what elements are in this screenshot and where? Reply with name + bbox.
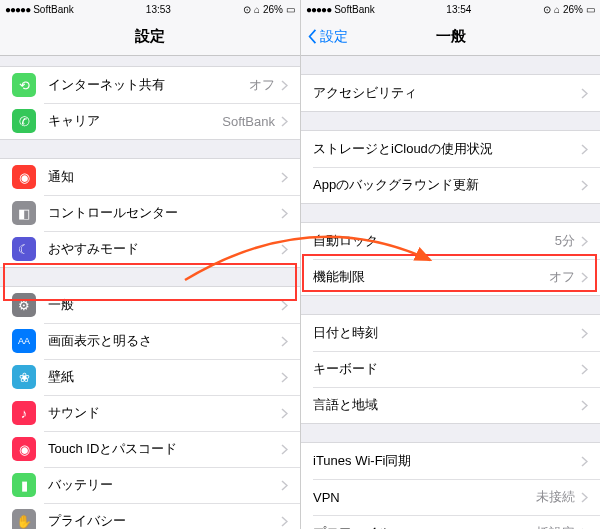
chevron-right-icon bbox=[281, 208, 288, 219]
row-detail: 一括設定 bbox=[523, 524, 575, 529]
row-notifications[interactable]: ◉ 通知 bbox=[0, 159, 300, 195]
row-autolock[interactable]: 自動ロック 5分 bbox=[301, 223, 600, 259]
back-label: 設定 bbox=[320, 28, 348, 46]
chevron-right-icon bbox=[581, 328, 588, 339]
row-general[interactable]: ⚙ 一般 bbox=[0, 287, 300, 323]
nav-bar: 設定 一般 bbox=[301, 18, 600, 56]
page-title: 一般 bbox=[436, 27, 466, 46]
row-label: ストレージとiCloudの使用状況 bbox=[313, 140, 581, 158]
row-label: 自動ロック bbox=[313, 232, 555, 250]
chevron-right-icon bbox=[281, 116, 288, 127]
row-battery[interactable]: ▮ バッテリー bbox=[0, 467, 300, 503]
row-detail: 5分 bbox=[555, 232, 575, 250]
battery-icon: ▭ bbox=[586, 4, 595, 15]
back-button[interactable]: 設定 bbox=[307, 28, 348, 46]
row-label: 一般 bbox=[48, 296, 281, 314]
row-label: アクセシビリティ bbox=[313, 84, 581, 102]
notifications-icon: ◉ bbox=[12, 165, 36, 189]
row-label: プロファイル bbox=[313, 524, 523, 529]
row-profile[interactable]: プロファイル 一括設定 bbox=[301, 515, 600, 529]
chevron-right-icon bbox=[581, 272, 588, 283]
status-bar: ●●●●● SoftBank 13:54 ⊙ ⌂ 26% ▭ bbox=[301, 0, 600, 18]
moon-icon: ☾ bbox=[12, 237, 36, 261]
row-control-center[interactable]: ◧ コントロールセンター bbox=[0, 195, 300, 231]
chevron-right-icon bbox=[581, 144, 588, 155]
row-datetime[interactable]: 日付と時刻 bbox=[301, 315, 600, 351]
row-detail: オフ bbox=[249, 76, 275, 94]
chevron-right-icon bbox=[281, 444, 288, 455]
row-label: キーボード bbox=[313, 360, 581, 378]
clock: 13:54 bbox=[446, 4, 471, 15]
general-screen: ●●●●● SoftBank 13:54 ⊙ ⌂ 26% ▭ 設定 一般 アクセ… bbox=[300, 0, 600, 529]
row-vpn[interactable]: VPN 未接続 bbox=[301, 479, 600, 515]
row-label: 言語と地域 bbox=[313, 396, 581, 414]
row-display[interactable]: AA 画面表示と明るさ bbox=[0, 323, 300, 359]
fingerprint-icon: ◉ bbox=[12, 437, 36, 461]
row-label: バッテリー bbox=[48, 476, 281, 494]
row-label: 通知 bbox=[48, 168, 281, 186]
battery-label: 26% bbox=[263, 4, 283, 15]
row-privacy[interactable]: ✋ プライバシー bbox=[0, 503, 300, 529]
chevron-right-icon bbox=[581, 492, 588, 503]
chevron-right-icon bbox=[281, 80, 288, 91]
display-icon: AA bbox=[12, 329, 36, 353]
signal-icon: ●●●●● bbox=[306, 4, 331, 15]
row-accessibility[interactable]: アクセシビリティ bbox=[301, 75, 600, 111]
content: アクセシビリティ ストレージとiCloudの使用状況 Appのバックグラウンド更… bbox=[301, 56, 600, 529]
chevron-right-icon bbox=[281, 336, 288, 347]
row-label: コントロールセンター bbox=[48, 204, 281, 222]
sound-icon: ♪ bbox=[12, 401, 36, 425]
row-label: 画面表示と明るさ bbox=[48, 332, 281, 350]
carrier-label: SoftBank bbox=[334, 4, 375, 15]
carrier-label: SoftBank bbox=[33, 4, 74, 15]
row-language[interactable]: 言語と地域 bbox=[301, 387, 600, 423]
chevron-right-icon bbox=[281, 372, 288, 383]
bluetooth-icon: ⌂ bbox=[254, 4, 260, 15]
row-carrier[interactable]: ✆ キャリア SoftBank bbox=[0, 103, 300, 139]
clock: 13:53 bbox=[146, 4, 171, 15]
content: ⟲ インターネット共有 オフ ✆ キャリア SoftBank ◉ 通知 ◧ コン… bbox=[0, 56, 300, 529]
row-detail: SoftBank bbox=[222, 114, 275, 129]
chevron-right-icon bbox=[581, 180, 588, 191]
battery-row-icon: ▮ bbox=[12, 473, 36, 497]
alarm-icon: ⊙ bbox=[543, 4, 551, 15]
row-itunes-wifi[interactable]: iTunes Wi-Fi同期 bbox=[301, 443, 600, 479]
row-restrictions[interactable]: 機能制限 オフ bbox=[301, 259, 600, 295]
row-label: Touch IDとパスコード bbox=[48, 440, 281, 458]
row-bg-refresh[interactable]: Appのバックグラウンド更新 bbox=[301, 167, 600, 203]
row-label: おやすみモード bbox=[48, 240, 281, 258]
row-keyboard[interactable]: キーボード bbox=[301, 351, 600, 387]
row-wallpaper[interactable]: ❀ 壁紙 bbox=[0, 359, 300, 395]
nav-bar: 設定 bbox=[0, 18, 300, 56]
row-label: 壁紙 bbox=[48, 368, 281, 386]
row-detail: 未接続 bbox=[536, 488, 575, 506]
row-label: 機能制限 bbox=[313, 268, 549, 286]
bluetooth-icon: ⌂ bbox=[554, 4, 560, 15]
row-label: インターネット共有 bbox=[48, 76, 249, 94]
chevron-right-icon bbox=[581, 236, 588, 247]
signal-icon: ●●●●● bbox=[5, 4, 30, 15]
row-hotspot[interactable]: ⟲ インターネット共有 オフ bbox=[0, 67, 300, 103]
chevron-right-icon bbox=[581, 88, 588, 99]
row-label: VPN bbox=[313, 490, 536, 505]
chevron-right-icon bbox=[581, 400, 588, 411]
control-center-icon: ◧ bbox=[12, 201, 36, 225]
chevron-right-icon bbox=[581, 456, 588, 467]
wallpaper-icon: ❀ bbox=[12, 365, 36, 389]
row-sound[interactable]: ♪ サウンド bbox=[0, 395, 300, 431]
row-detail: オフ bbox=[549, 268, 575, 286]
chevron-left-icon bbox=[307, 29, 318, 44]
page-title: 設定 bbox=[135, 27, 165, 46]
chevron-right-icon bbox=[281, 408, 288, 419]
chevron-right-icon bbox=[281, 300, 288, 311]
settings-screen: ●●●●● SoftBank 13:53 ⊙ ⌂ 26% ▭ 設定 ⟲ インター… bbox=[0, 0, 300, 529]
row-label: 日付と時刻 bbox=[313, 324, 581, 342]
row-storage[interactable]: ストレージとiCloudの使用状況 bbox=[301, 131, 600, 167]
status-bar: ●●●●● SoftBank 13:53 ⊙ ⌂ 26% ▭ bbox=[0, 0, 300, 18]
chevron-right-icon bbox=[581, 364, 588, 375]
row-dnd[interactable]: ☾ おやすみモード bbox=[0, 231, 300, 267]
privacy-icon: ✋ bbox=[12, 509, 36, 529]
row-label: キャリア bbox=[48, 112, 222, 130]
row-label: サウンド bbox=[48, 404, 281, 422]
row-touchid[interactable]: ◉ Touch IDとパスコード bbox=[0, 431, 300, 467]
